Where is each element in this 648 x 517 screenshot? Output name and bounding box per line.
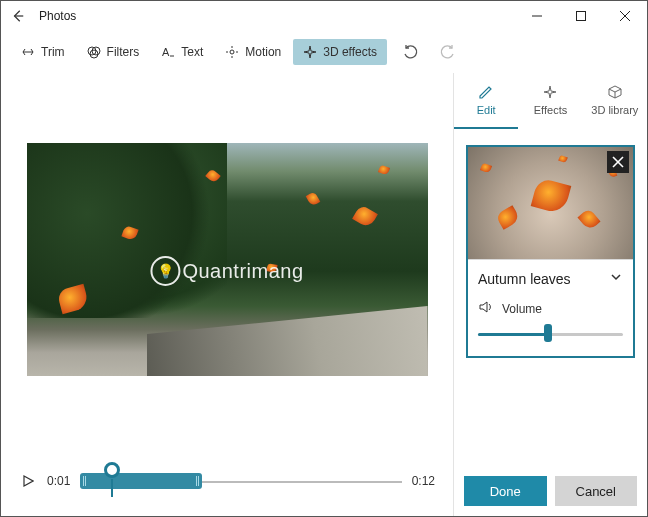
- stage: 💡 Quantrimang 0:01 0:: [1, 73, 453, 516]
- trim-tool[interactable]: Trim: [11, 39, 75, 65]
- effect-name-row[interactable]: Autumn leaves: [468, 259, 633, 297]
- timeline-track[interactable]: [80, 466, 401, 496]
- app-title: Photos: [39, 9, 76, 23]
- 3d-effects-label: 3D effects: [323, 45, 377, 59]
- undo-button[interactable]: [397, 39, 423, 65]
- playhead[interactable]: [104, 462, 120, 478]
- window-controls: [515, 1, 647, 31]
- cube-icon: [607, 84, 623, 100]
- close-button[interactable]: [603, 1, 647, 31]
- clip-end-handle[interactable]: [196, 476, 199, 486]
- trim-icon: [21, 45, 35, 59]
- chevron-down-icon: [609, 270, 623, 287]
- svg-point-11: [230, 50, 234, 54]
- text-icon: A: [161, 45, 175, 59]
- panel-body: Autumn leaves Volume: [454, 129, 647, 466]
- filters-label: Filters: [107, 45, 140, 59]
- text-label: Text: [181, 45, 203, 59]
- effect-clip[interactable]: [80, 473, 202, 489]
- effect-name: Autumn leaves: [478, 271, 571, 287]
- pencil-icon: [478, 84, 494, 100]
- minimize-button[interactable]: [515, 1, 559, 31]
- side-panel: Edit Effects 3D library: [453, 73, 647, 516]
- timeline: 0:01 0:12: [15, 466, 439, 502]
- side-tabs: Edit Effects 3D library: [454, 73, 647, 129]
- svg-marker-16: [24, 476, 33, 486]
- volume-slider[interactable]: [478, 324, 623, 342]
- speaker-icon[interactable]: [478, 299, 494, 318]
- play-button[interactable]: [19, 472, 37, 490]
- trim-label: Trim: [41, 45, 65, 59]
- time-current: 0:01: [47, 474, 70, 488]
- effect-card: Autumn leaves Volume: [466, 145, 635, 358]
- bulb-icon: 💡: [150, 256, 180, 286]
- sparkle-icon: [303, 45, 317, 59]
- text-tool[interactable]: A Text: [151, 39, 213, 65]
- main-area: 💡 Quantrimang 0:01 0:: [1, 73, 647, 516]
- watermark: 💡 Quantrimang: [150, 256, 303, 286]
- redo-button[interactable]: [435, 39, 461, 65]
- motion-label: Motion: [245, 45, 281, 59]
- toolbar: Trim Filters A Text Motion 3D effects: [1, 31, 647, 73]
- app-window: Photos Trim Filters A Text Motion 3D eff…: [0, 0, 648, 517]
- done-button[interactable]: Done: [464, 476, 547, 506]
- tab-edit[interactable]: Edit: [454, 73, 518, 129]
- cancel-button[interactable]: Cancel: [555, 476, 638, 506]
- remove-effect-button[interactable]: [607, 151, 629, 173]
- tab-effects[interactable]: Effects: [518, 73, 582, 129]
- volume-label: Volume: [502, 302, 542, 316]
- clip-start-handle[interactable]: [83, 476, 86, 486]
- effects-icon: [542, 84, 558, 100]
- close-icon: [612, 156, 624, 168]
- volume-row: Volume: [468, 297, 633, 324]
- effect-thumbnail[interactable]: [468, 147, 633, 259]
- svg-rect-2: [577, 12, 586, 21]
- time-duration: 0:12: [412, 474, 435, 488]
- filters-icon: [87, 45, 101, 59]
- motion-icon: [225, 45, 239, 59]
- 3d-effects-tool[interactable]: 3D effects: [293, 39, 387, 65]
- maximize-button[interactable]: [559, 1, 603, 31]
- tab-3d-library[interactable]: 3D library: [583, 73, 647, 129]
- back-button[interactable]: [7, 5, 29, 27]
- slider-thumb[interactable]: [544, 324, 552, 342]
- svg-text:A: A: [162, 46, 170, 58]
- title-bar: Photos: [1, 1, 647, 31]
- video-preview[interactable]: 💡 Quantrimang: [27, 143, 428, 376]
- filters-tool[interactable]: Filters: [77, 39, 150, 65]
- motion-tool[interactable]: Motion: [215, 39, 291, 65]
- footer: Done Cancel: [454, 466, 647, 516]
